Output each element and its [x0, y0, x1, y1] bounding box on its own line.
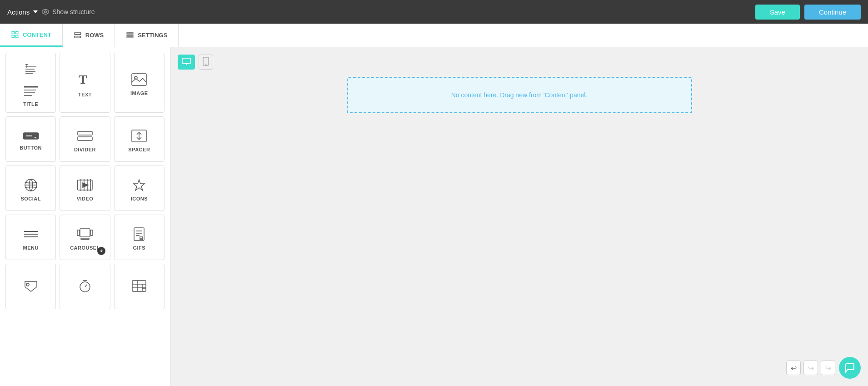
button-item-label: BUTTON [20, 145, 42, 150]
timer-icon [76, 279, 94, 293]
svg-rect-62 [182, 58, 190, 64]
svg-rect-2 [12, 31, 14, 34]
topbar-right: Save Continue [755, 5, 861, 20]
canvas-toolbar [178, 55, 861, 70]
content-item-carousel[interactable]: CAROUSEL [60, 215, 110, 260]
content-item-15[interactable] [114, 264, 165, 309]
left-panel: T TITLE T TEXT [0, 47, 170, 386]
content-grid: T TITLE T TEXT [5, 53, 165, 309]
content-item-gifs[interactable]: GIFS [114, 215, 165, 260]
chevron-down-icon [33, 10, 38, 13]
rows-icon [74, 31, 82, 40]
svg-point-1 [45, 11, 47, 13]
image-icon [130, 72, 148, 87]
tab-rows-label: ROWS [85, 32, 104, 39]
topbar: Actions Show structure Save Continue [0, 0, 868, 24]
svg-rect-3 [16, 31, 18, 34]
desktop-view-button[interactable] [178, 55, 195, 70]
content-item-icons[interactable]: ICONS [114, 165, 165, 211]
show-structure-button[interactable]: Show structure [41, 8, 95, 16]
chat-icon [845, 363, 855, 373]
spacer-item-label: SPACER [128, 147, 150, 152]
main-layout: T TITLE T TEXT [0, 47, 868, 386]
actions-label: Actions [7, 8, 30, 16]
mobile-view-button[interactable] [199, 55, 213, 70]
title-icon-custom [22, 83, 40, 98]
tag-icon [22, 279, 40, 293]
actions-button[interactable]: Actions [7, 8, 38, 16]
undo-button[interactable]: ↩ [786, 361, 801, 375]
content-item-video[interactable]: VIDEO [60, 165, 110, 211]
show-structure-label: Show structure [52, 8, 95, 15]
video-item-label: VIDEO [77, 196, 94, 201]
tab-rows[interactable]: ROWS [63, 24, 115, 47]
button-icon [22, 130, 40, 141]
content-item-menu[interactable]: MENU [5, 215, 56, 260]
svg-rect-43 [77, 230, 80, 236]
tabbar: CONTENT ROWS SETTINGS [0, 24, 868, 47]
settings-icon [126, 31, 134, 40]
tab-settings[interactable]: SETTINGS [115, 24, 179, 47]
svg-rect-7 [75, 36, 81, 38]
tab-content-label: CONTENT [23, 31, 51, 38]
drop-zone-text: No content here. Drag new from 'Content'… [451, 91, 588, 99]
eye-icon [41, 8, 50, 16]
svg-rect-9 [127, 35, 134, 35]
forward-button[interactable]: ↪ [821, 361, 835, 375]
svg-rect-57 [132, 281, 146, 291]
canvas-drop-zone: No content here. Drag new from 'Content'… [347, 77, 692, 113]
image-item-label: IMAGE [130, 90, 148, 96]
title-item-label: TITLE [23, 101, 38, 107]
svg-rect-5 [16, 35, 18, 38]
svg-line-56 [85, 285, 87, 287]
text-item-label: TEXT [78, 92, 92, 97]
divider-item-label: DIVIDER [74, 147, 96, 152]
continue-button[interactable]: Continue [804, 5, 861, 20]
bottom-right: ↩ ↪ ↪ [786, 357, 861, 379]
topbar-left: Actions Show structure [7, 8, 95, 16]
svg-marker-46 [100, 249, 103, 253]
svg-rect-8 [127, 33, 134, 34]
divider-icon [76, 129, 94, 143]
svg-point-52 [26, 283, 29, 286]
svg-rect-10 [127, 37, 134, 38]
lightning-icon [99, 249, 104, 253]
desktop-icon [182, 58, 191, 65]
content-item-image[interactable]: IMAGE [114, 53, 165, 113]
menu-item-label: MENU [23, 245, 38, 251]
svg-rect-6 [75, 33, 81, 35]
gifs-item-label: GIFS [133, 245, 145, 251]
video-icon [76, 178, 94, 192]
content-item-13[interactable] [5, 264, 56, 309]
text-icon: T [76, 71, 94, 88]
content-item-title[interactable]: T TITLE [5, 53, 56, 113]
content-item-14[interactable] [60, 264, 110, 309]
carousel-icon [76, 227, 94, 241]
svg-marker-38 [134, 180, 145, 190]
gifs-icon [130, 227, 148, 241]
content-item-social[interactable]: SOCIAL [5, 165, 56, 211]
content-item-spacer[interactable]: SPACER [114, 116, 165, 162]
content-item-divider[interactable]: DIVIDER [60, 116, 110, 162]
grid-icon [11, 30, 19, 39]
tab-content[interactable]: CONTENT [0, 24, 63, 47]
carousel-badge [97, 247, 105, 255]
icons-icon [130, 178, 148, 192]
mobile-icon [203, 57, 209, 66]
content-item-button[interactable]: BUTTON [5, 116, 56, 162]
spacer-icon [130, 129, 148, 143]
canvas-area: No content here. Drag new from 'Content'… [170, 47, 868, 386]
svg-rect-26 [78, 137, 92, 140]
svg-rect-25 [78, 131, 92, 135]
chat-button[interactable] [839, 357, 861, 379]
svg-rect-42 [80, 229, 90, 237]
svg-text:T: T [25, 64, 28, 69]
menu-icon [22, 227, 40, 241]
svg-rect-44 [90, 230, 93, 236]
redo-button[interactable]: ↪ [803, 361, 818, 375]
svg-text:T: T [79, 72, 87, 86]
content-item-text[interactable]: T TEXT [60, 53, 110, 113]
svg-rect-45 [81, 238, 89, 240]
table-icon [130, 279, 148, 293]
save-button[interactable]: Save [755, 5, 800, 20]
